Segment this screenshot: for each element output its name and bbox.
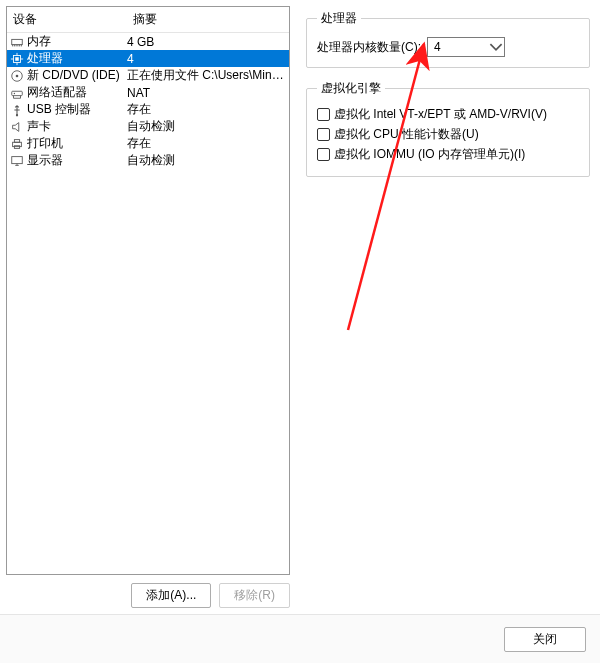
checkbox-icon bbox=[317, 148, 330, 161]
virt-vtx-row[interactable]: 虚拟化 Intel VT-x/EPT 或 AMD-V/RVI(V) bbox=[317, 106, 579, 123]
detail-right-panel: 处理器 处理器内核数量(C): 4 虚拟化引擎 虚拟化 Intel VT-x/E… bbox=[296, 0, 600, 614]
checkbox-icon bbox=[317, 108, 330, 121]
virt-perf-label: 虚拟化 CPU 性能计数器(U) bbox=[334, 126, 479, 143]
device-name: 显示器 bbox=[27, 152, 127, 169]
device-summary: 自动检测 bbox=[127, 152, 287, 169]
add-button[interactable]: 添加(A)... bbox=[131, 583, 211, 608]
cores-value: 4 bbox=[428, 40, 488, 54]
cpu-icon bbox=[9, 52, 25, 66]
device-summary: 存在 bbox=[127, 101, 287, 118]
hardware-list: 设备 摘要 内存4 GB处理器4新 CD/DVD (IDE)正在使用文件 C:\… bbox=[6, 6, 290, 575]
virtualization-group: 虚拟化引擎 虚拟化 Intel VT-x/EPT 或 AMD-V/RVI(V) … bbox=[306, 80, 590, 177]
hardware-list-header: 设备 摘要 bbox=[7, 7, 289, 33]
device-name: 内存 bbox=[27, 33, 127, 50]
virt-perf-row[interactable]: 虚拟化 CPU 性能计数器(U) bbox=[317, 126, 579, 143]
hardware-row[interactable]: 打印机存在 bbox=[7, 135, 289, 152]
hardware-left-panel: 设备 摘要 内存4 GB处理器4新 CD/DVD (IDE)正在使用文件 C:\… bbox=[0, 0, 296, 614]
virt-vtx-label: 虚拟化 Intel VT-x/EPT 或 AMD-V/RVI(V) bbox=[334, 106, 547, 123]
processor-group: 处理器 处理器内核数量(C): 4 bbox=[306, 10, 590, 68]
device-name: 声卡 bbox=[27, 118, 127, 135]
chevron-down-icon bbox=[488, 40, 504, 54]
network-icon bbox=[9, 86, 25, 100]
hardware-row[interactable]: USB 控制器存在 bbox=[7, 101, 289, 118]
virt-iommu-row[interactable]: 虚拟化 IOMMU (IO 内存管理单元)(I) bbox=[317, 146, 579, 163]
main-area: 设备 摘要 内存4 GB处理器4新 CD/DVD (IDE)正在使用文件 C:\… bbox=[0, 0, 600, 615]
display-icon bbox=[9, 154, 25, 168]
hardware-row[interactable]: 新 CD/DVD (IDE)正在使用文件 C:\Users\MinC... bbox=[7, 67, 289, 84]
device-name: 处理器 bbox=[27, 50, 127, 67]
hardware-list-body: 内存4 GB处理器4新 CD/DVD (IDE)正在使用文件 C:\Users\… bbox=[7, 33, 289, 574]
svg-rect-0 bbox=[12, 39, 23, 44]
column-summary: 摘要 bbox=[127, 7, 289, 32]
memory-icon bbox=[9, 35, 25, 49]
svg-rect-5 bbox=[12, 91, 23, 95]
hardware-row[interactable]: 显示器自动检测 bbox=[7, 152, 289, 169]
processor-group-title: 处理器 bbox=[317, 10, 361, 27]
svg-rect-11 bbox=[12, 156, 23, 163]
svg-point-4 bbox=[16, 74, 19, 77]
device-summary: 4 bbox=[127, 52, 287, 66]
device-summary: 存在 bbox=[127, 135, 287, 152]
disc-icon bbox=[9, 69, 25, 83]
close-button[interactable]: 关闭 bbox=[504, 627, 586, 652]
hardware-row[interactable]: 处理器4 bbox=[7, 50, 289, 67]
device-name: USB 控制器 bbox=[27, 101, 127, 118]
svg-rect-2 bbox=[15, 57, 19, 61]
device-summary: 正在使用文件 C:\Users\MinC... bbox=[127, 67, 287, 84]
hardware-buttons: 添加(A)... 移除(R) bbox=[6, 583, 290, 608]
svg-point-7 bbox=[16, 114, 18, 116]
svg-rect-9 bbox=[14, 139, 19, 142]
device-summary: 4 GB bbox=[127, 35, 287, 49]
device-name: 打印机 bbox=[27, 135, 127, 152]
cores-combobox[interactable]: 4 bbox=[427, 37, 505, 57]
virtualization-group-title: 虚拟化引擎 bbox=[317, 80, 385, 97]
remove-button[interactable]: 移除(R) bbox=[219, 583, 290, 608]
device-name: 网络适配器 bbox=[27, 84, 127, 101]
device-summary: 自动检测 bbox=[127, 118, 287, 135]
virt-iommu-label: 虚拟化 IOMMU (IO 内存管理单元)(I) bbox=[334, 146, 525, 163]
checkbox-icon bbox=[317, 128, 330, 141]
hardware-row[interactable]: 内存4 GB bbox=[7, 33, 289, 50]
device-name: 新 CD/DVD (IDE) bbox=[27, 67, 127, 84]
printer-icon bbox=[9, 137, 25, 151]
hardware-row[interactable]: 声卡自动检测 bbox=[7, 118, 289, 135]
sound-icon bbox=[9, 120, 25, 134]
usb-icon bbox=[9, 103, 25, 117]
svg-point-6 bbox=[14, 92, 15, 93]
cores-label: 处理器内核数量(C): bbox=[317, 39, 421, 56]
dialog-footer: 关闭 bbox=[0, 615, 600, 663]
column-device: 设备 bbox=[7, 7, 127, 32]
device-summary: NAT bbox=[127, 86, 287, 100]
hardware-row[interactable]: 网络适配器NAT bbox=[7, 84, 289, 101]
